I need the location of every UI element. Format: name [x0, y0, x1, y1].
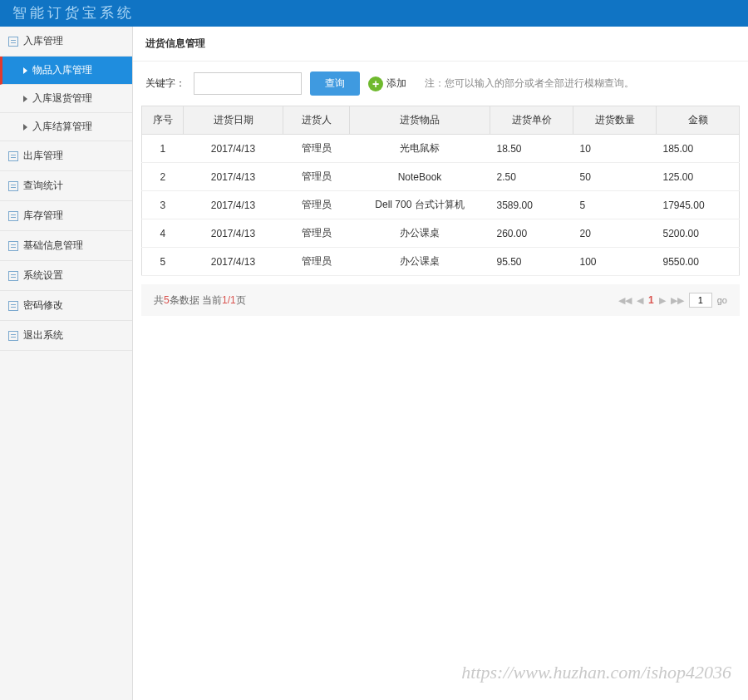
nav-label: 查询统计	[23, 179, 63, 193]
nav-label: 基础信息管理	[23, 239, 83, 253]
data-table: 序号 进货日期 进货人 进货物品 进货单价 进货数量 金额 12017/4/13…	[141, 106, 740, 276]
table-cell: 2017/4/13	[184, 191, 283, 219]
table-cell: 办公课桌	[350, 219, 490, 248]
table-cell: 管理员	[283, 191, 350, 219]
arrow-right-icon	[23, 67, 27, 74]
th-amount: 金额	[657, 106, 740, 135]
nav-item-base-info[interactable]: 基础信息管理	[0, 231, 132, 261]
current-page: 1	[648, 294, 654, 306]
table-row[interactable]: 42017/4/13管理员办公课桌260.00205200.00	[142, 219, 740, 248]
nav-label: 退出系统	[23, 328, 63, 343]
table-cell: 2017/4/13	[184, 163, 283, 191]
table-cell: NoteBook	[350, 163, 490, 191]
app-header: 智能订货宝系统	[0, 0, 748, 27]
hint-text: 注：您可以输入的部分或者全部进行模糊查询。	[425, 76, 634, 91]
nav-item-inbound[interactable]: 入库管理	[0, 27, 132, 57]
table-cell: 5	[142, 248, 184, 276]
table-cell: 管理员	[283, 219, 350, 248]
table-cell: 17945.00	[657, 191, 740, 219]
next-page-icon[interactable]: ▶	[659, 295, 666, 306]
table-cell: 办公课桌	[350, 248, 490, 276]
th-qty: 进货数量	[573, 106, 657, 135]
th-item: 进货物品	[350, 106, 490, 135]
arrow-right-icon	[23, 124, 27, 131]
table-cell: Dell 700 台式计算机	[350, 191, 490, 219]
add-label: 添加	[386, 76, 406, 91]
keyword-label: 关键字：	[145, 76, 185, 91]
table-cell: 18.50	[490, 135, 573, 163]
main-content: 进货信息管理 关键字： 查询 + 添加 注：您可以输入的部分或者全部进行模糊查询…	[133, 27, 748, 700]
table-cell: 100	[573, 248, 657, 276]
nav-item-inventory[interactable]: 库存管理	[0, 201, 132, 231]
table-cell: 5200.00	[657, 219, 740, 248]
table-cell: 9550.00	[657, 248, 740, 276]
table-row[interactable]: 52017/4/13管理员办公课桌95.501009550.00	[142, 248, 740, 276]
table-cell: 95.50	[490, 248, 573, 276]
list-icon	[8, 301, 18, 311]
keyword-input[interactable]	[194, 72, 302, 95]
table-header-row: 序号 进货日期 进货人 进货物品 进货单价 进货数量 金额	[142, 106, 740, 135]
table-cell: 125.00	[657, 163, 740, 191]
table-cell: 光电鼠标	[350, 135, 490, 163]
list-icon	[8, 241, 18, 251]
first-page-icon[interactable]: ◀◀	[618, 295, 632, 306]
app-title: 智能订货宝系统	[12, 5, 135, 21]
table-row[interactable]: 12017/4/13管理员光电鼠标18.5010185.00	[142, 135, 740, 163]
go-button[interactable]: go	[717, 295, 727, 305]
table-row[interactable]: 32017/4/13管理员Dell 700 台式计算机3589.00517945…	[142, 191, 740, 219]
table-cell: 1	[142, 135, 184, 163]
table-cell: 20	[573, 219, 657, 248]
pagination: 共5条数据 当前1/1页 ◀◀ ◀ 1 ▶ ▶▶ go	[141, 284, 740, 316]
nav-label: 系统设置	[23, 269, 63, 283]
nav-item-query[interactable]: 查询统计	[0, 171, 132, 201]
th-price: 进货单价	[490, 106, 573, 135]
plus-icon: +	[368, 76, 383, 91]
table-cell: 3	[142, 191, 184, 219]
table-cell: 管理员	[283, 135, 350, 163]
nav-item-outbound[interactable]: 出库管理	[0, 141, 132, 171]
search-button[interactable]: 查询	[310, 71, 360, 96]
list-icon	[8, 151, 18, 161]
table-cell: 4	[142, 219, 184, 248]
table-cell: 2	[142, 163, 184, 191]
table-cell: 2017/4/13	[184, 219, 283, 248]
sidebar: 入库管理 物品入库管理 入库退货管理 入库结算管理 出库管理 查询统计 库存管理	[0, 27, 133, 700]
nav-label: 密码修改	[23, 298, 63, 313]
sub-item-inbound-settle[interactable]: 入库结算管理	[0, 113, 132, 141]
nav-item-system-settings[interactable]: 系统设置	[0, 261, 132, 291]
table-cell: 管理员	[283, 248, 350, 276]
list-icon	[8, 211, 18, 221]
table-row[interactable]: 22017/4/13管理员NoteBook2.5050125.00	[142, 163, 740, 191]
page-input[interactable]	[689, 293, 712, 308]
sub-item-goods-inbound[interactable]: 物品入库管理	[0, 57, 132, 85]
list-icon	[8, 181, 18, 191]
table-cell: 260.00	[490, 219, 573, 248]
sub-label: 入库结算管理	[32, 120, 92, 134]
th-date: 进货日期	[184, 106, 283, 135]
list-icon	[8, 331, 18, 341]
table-cell: 3589.00	[490, 191, 573, 219]
pagination-controls: ◀◀ ◀ 1 ▶ ▶▶ go	[618, 293, 727, 308]
th-index: 序号	[142, 106, 184, 135]
table-cell: 10	[573, 135, 657, 163]
prev-page-icon[interactable]: ◀	[637, 295, 643, 306]
table-cell: 2.50	[490, 163, 573, 191]
nav-label: 入库管理	[23, 34, 63, 48]
last-page-icon[interactable]: ▶▶	[671, 295, 684, 306]
list-icon	[8, 271, 18, 281]
nav-label: 库存管理	[23, 209, 63, 223]
nav-item-logout[interactable]: 退出系统	[0, 321, 132, 351]
pagination-summary: 共5条数据 当前1/1页	[154, 293, 246, 308]
table-cell: 2017/4/13	[184, 248, 283, 276]
table-cell: 50	[573, 163, 657, 191]
th-person: 进货人	[283, 106, 350, 135]
add-button[interactable]: + 添加	[368, 76, 406, 91]
page-title: 进货信息管理	[133, 27, 748, 62]
table-cell: 185.00	[657, 135, 740, 163]
sub-item-inbound-return[interactable]: 入库退货管理	[0, 85, 132, 113]
sub-label: 入库退货管理	[32, 91, 92, 106]
table-cell: 5	[573, 191, 657, 219]
nav-item-password[interactable]: 密码修改	[0, 291, 132, 321]
sub-label: 物品入库管理	[32, 63, 92, 77]
table-cell: 2017/4/13	[184, 135, 283, 163]
